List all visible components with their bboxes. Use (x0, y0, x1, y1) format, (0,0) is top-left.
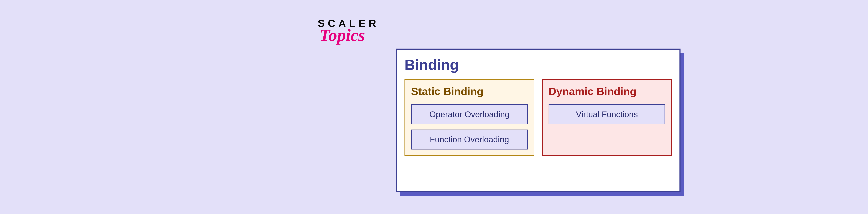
columns-row: Static Binding Operator Overloading Func… (404, 79, 672, 156)
scaler-topics-logo: SCALER Topics (318, 17, 387, 48)
dynamic-item-virtual-functions: Virtual Functions (549, 104, 665, 124)
static-item-operator-overloading: Operator Overloading (411, 104, 528, 124)
static-binding-title: Static Binding (411, 85, 528, 98)
binding-container: Binding Static Binding Operator Overload… (396, 48, 681, 192)
dynamic-binding-title: Dynamic Binding (549, 85, 665, 98)
dynamic-binding-box: Dynamic Binding Virtual Functions (542, 79, 672, 156)
main-title: Binding (404, 57, 672, 73)
static-item-function-overloading: Function Overloading (411, 130, 528, 149)
static-binding-box: Static Binding Operator Overloading Func… (404, 79, 534, 156)
